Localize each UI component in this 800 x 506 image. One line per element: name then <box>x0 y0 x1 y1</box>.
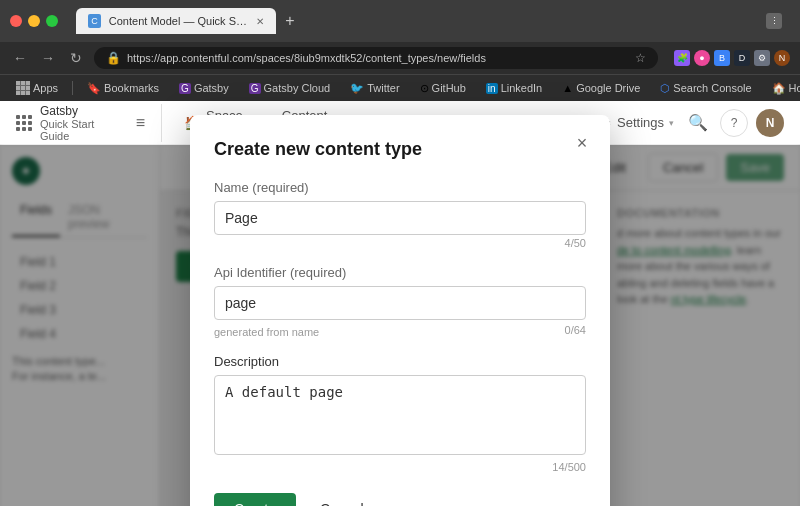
tab-favicon: C <box>88 14 101 28</box>
url-bar[interactable]: 🔒 https://app.contentful.com/spaces/8iub… <box>94 47 658 69</box>
bookmark-gatsby-cloud[interactable]: G Gatsby Cloud <box>243 80 336 96</box>
bookmark-bookmarks[interactable]: 🔖 Bookmarks <box>81 80 165 97</box>
sidebar-toggle: Gatsby Quick Start Guide ≡ <box>16 104 162 142</box>
modal-actions: Create Cancel <box>214 493 586 506</box>
bookmark-hpanel-label: Home | hPanel <box>789 82 800 94</box>
modal-cancel-button[interactable]: Cancel <box>304 493 380 506</box>
settings-chevron-icon: ▾ <box>669 118 674 128</box>
name-form-group: Name (required) 4/50 <box>214 180 586 249</box>
new-tab-button[interactable]: + <box>280 11 300 31</box>
bookmark-twitter[interactable]: 🐦 Twitter <box>344 80 405 97</box>
bookmark-star-icon[interactable]: ☆ <box>635 51 646 65</box>
tab-title: Content Model — Quick Start 6 <box>109 15 248 27</box>
search-button[interactable]: 🔍 <box>684 109 712 137</box>
description-char-count: 14/500 <box>214 461 586 473</box>
name-char-count: 4/50 <box>214 237 586 249</box>
bookmark-hpanel[interactable]: 🏠 Home | hPanel <box>766 80 800 97</box>
bookmark-linkedin[interactable]: in LinkedIn <box>480 80 548 96</box>
api-hint: generated from name <box>214 326 319 338</box>
bookmark-bookmarks-label: Bookmarks <box>104 82 159 94</box>
hamburger-icon[interactable]: ≡ <box>136 114 145 132</box>
modal-title: Create new content type <box>214 139 586 160</box>
forward-button[interactable]: → <box>38 50 58 66</box>
tab-close-icon[interactable]: ✕ <box>256 16 264 27</box>
bookmark-github[interactable]: ⊙ GitHub <box>414 80 472 97</box>
browser-chrome: C Content Model — Quick Start 6 ✕ + ⋮ ← … <box>0 0 800 101</box>
description-label: Description <box>214 354 586 369</box>
app-name: Gatsby <box>40 104 120 118</box>
ext-puzzle-icon[interactable]: 🧩 <box>674 50 690 66</box>
bookmark-search-console-label: Search Console <box>673 82 751 94</box>
bookmark-gatsby[interactable]: G Gatsby <box>173 80 235 96</box>
ext-avatar-icon[interactable]: N <box>774 50 790 66</box>
bookmarks-bar: Apps 🔖 Bookmarks G Gatsby G Gatsby Cloud… <box>0 74 800 101</box>
bookmark-apps-label: Apps <box>33 82 58 94</box>
bookmark-gatsby-cloud-label: Gatsby Cloud <box>264 82 331 94</box>
api-identifier-input[interactable] <box>214 286 586 320</box>
minimize-window-button[interactable] <box>28 15 40 27</box>
app-name-group: Gatsby Quick Start Guide <box>40 104 120 142</box>
avatar-button[interactable]: N <box>756 109 784 137</box>
ext-settings-icon[interactable]: ⚙ <box>754 50 770 66</box>
url-text: https://app.contentful.com/spaces/8iub9m… <box>127 52 629 64</box>
tab-bar: C Content Model — Quick Start 6 ✕ + <box>66 8 758 34</box>
api-char-count: 0/64 <box>565 324 586 338</box>
bookmark-google-drive-label: Google Drive <box>576 82 640 94</box>
name-label: Name (required) <box>214 180 586 195</box>
bookmark-gatsby-label: Gatsby <box>194 82 229 94</box>
api-identifier-label: Api Identifier (required) <box>214 265 586 280</box>
grid-icon[interactable] <box>16 115 32 131</box>
create-content-type-modal: Create new content type × Name (required… <box>190 115 610 506</box>
description-form-group: Description A default page 14/500 <box>214 354 586 473</box>
close-window-button[interactable] <box>10 15 22 27</box>
bookmark-divider <box>72 81 73 95</box>
api-identifier-form-group: Api Identifier (required) generated from… <box>214 265 586 338</box>
description-textarea[interactable]: A default page <box>214 375 586 455</box>
active-tab[interactable]: C Content Model — Quick Start 6 ✕ <box>76 8 276 34</box>
maximize-window-button[interactable] <box>46 15 58 27</box>
browser-extensions: 🧩 ● B D ⚙ N <box>674 50 790 66</box>
refresh-button[interactable]: ↻ <box>66 50 86 66</box>
ext-blue-icon[interactable]: B <box>714 50 730 66</box>
address-bar: ← → ↻ 🔒 https://app.contentful.com/space… <box>0 42 800 74</box>
main-content-wrapper: ✦ Fields JSON preview Field 1 Field 2 Fi… <box>0 145 800 506</box>
api-meta: generated from name 0/64 <box>214 322 586 338</box>
bookmark-twitter-label: Twitter <box>367 82 399 94</box>
header-right: 🔍 ? N <box>684 109 784 137</box>
help-button[interactable]: ? <box>720 109 748 137</box>
modal-close-button[interactable]: × <box>570 131 594 155</box>
name-input[interactable] <box>214 201 586 235</box>
title-bar: C Content Model — Quick Start 6 ✕ + ⋮ <box>0 0 800 42</box>
app-subtitle: Quick Start Guide <box>40 118 120 142</box>
create-button[interactable]: Create <box>214 493 296 506</box>
ext-dark-icon[interactable]: D <box>734 50 750 66</box>
ext-color-icon[interactable]: ● <box>694 50 710 66</box>
bookmark-google-drive[interactable]: ▲ Google Drive <box>556 80 646 96</box>
extension-icons: ⋮ <box>766 13 790 29</box>
traffic-lights <box>10 15 58 27</box>
bookmark-apps[interactable]: Apps <box>10 79 64 97</box>
back-button[interactable]: ← <box>10 50 30 66</box>
extension-icon[interactable]: ⋮ <box>766 13 782 29</box>
modal-overlay: Create new content type × Name (required… <box>0 145 800 506</box>
bookmark-linkedin-label: LinkedIn <box>501 82 543 94</box>
bookmark-search-console[interactable]: ⬡ Search Console <box>654 80 757 97</box>
bookmark-github-label: GitHub <box>432 82 466 94</box>
nav-settings-label: Settings <box>617 115 664 130</box>
